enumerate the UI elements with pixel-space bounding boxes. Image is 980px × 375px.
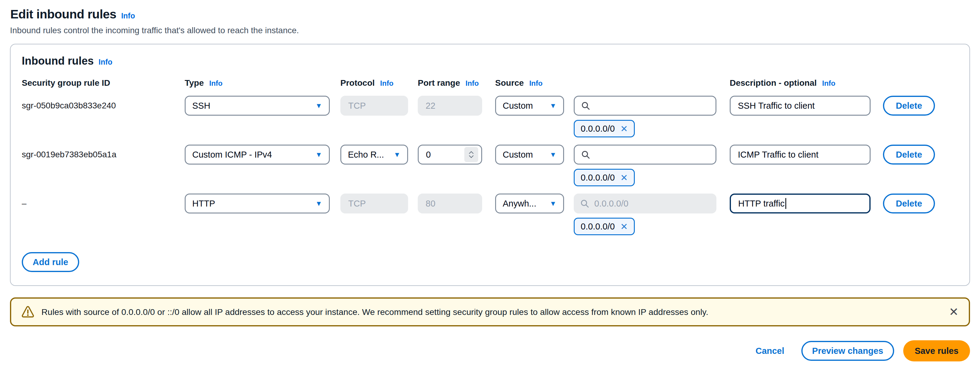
- remove-cidr-icon[interactable]: ✕: [620, 222, 628, 232]
- page-title-info-link[interactable]: Info: [121, 11, 135, 20]
- chevron-down-icon: ▼: [315, 102, 322, 110]
- description-input[interactable]: SSH Traffic to client: [730, 96, 870, 116]
- source-select-value: Custom: [503, 150, 533, 160]
- source-chip-row: 0.0.0.0/0 ✕: [574, 120, 957, 138]
- col-protocol-label: Protocol: [340, 78, 375, 88]
- warning-icon: [21, 306, 34, 318]
- cancel-button[interactable]: Cancel: [754, 341, 786, 361]
- type-select[interactable]: SSH ▼: [185, 96, 330, 116]
- source-select[interactable]: Custom ▼: [495, 145, 564, 165]
- source-select-value: Anywh...: [503, 199, 536, 209]
- chevron-down-icon: ▼: [550, 102, 557, 110]
- col-description-info-link[interactable]: Info: [822, 79, 835, 87]
- col-protocol-info-link[interactable]: Info: [380, 79, 394, 87]
- stepper-arrows-icon[interactable]: [464, 147, 478, 162]
- type-select-value: Custom ICMP - IPv4: [192, 150, 272, 160]
- footer-actions: Cancel Preview changes Save rules: [10, 340, 970, 361]
- delete-rule-button[interactable]: Delete: [883, 145, 935, 165]
- col-rule-id-label: Security group rule ID: [22, 78, 110, 88]
- warning-banner: Rules with source of 0.0.0.0/0 or ::/0 a…: [10, 297, 970, 326]
- source-search-input-disabled: 0.0.0.0/0: [574, 193, 716, 214]
- cidr-chip-label: 0.0.0.0/0: [581, 124, 615, 134]
- port-range-stepper[interactable]: 0: [418, 145, 482, 165]
- source-select-value: Custom: [503, 101, 533, 111]
- panel-title: Inbound rules: [22, 55, 94, 67]
- page-subtitle: Inbound rules control the incoming traff…: [10, 26, 970, 35]
- description-input[interactable]: ICMP Traffic to client: [730, 145, 870, 165]
- chevron-down-icon: ▼: [315, 199, 322, 208]
- close-icon[interactable]: ✕: [949, 306, 959, 318]
- page-title: Edit inbound rules: [10, 7, 116, 21]
- inbound-rules-panel: Inbound rules Info Security group rule I…: [10, 44, 970, 286]
- protocol-select[interactable]: Echo R... ▼: [340, 145, 408, 165]
- remove-cidr-icon[interactable]: ✕: [620, 123, 628, 134]
- type-select-value: SSH: [192, 101, 210, 111]
- remove-cidr-icon[interactable]: ✕: [620, 172, 628, 183]
- col-source-label: Source: [495, 78, 524, 88]
- save-rules-button[interactable]: Save rules: [903, 340, 970, 361]
- rule-id: sgr-050b9ca03b833e240: [22, 101, 174, 111]
- source-chip-row: 0.0.0.0/0 ✕: [574, 218, 957, 235]
- source-chip-row: 0.0.0.0/0 ✕: [574, 169, 957, 186]
- add-rule-button[interactable]: Add rule: [22, 252, 79, 272]
- rule-row-ssh: sgr-050b9ca03b833e240 SSH ▼ TCP 22 Custo…: [22, 96, 957, 116]
- source-search-placeholder: 0.0.0.0/0: [594, 199, 628, 209]
- col-description-label: Description - optional: [730, 78, 817, 88]
- panel-title-info-link[interactable]: Info: [99, 58, 113, 66]
- preview-changes-button[interactable]: Preview changes: [801, 341, 894, 361]
- rule-row-http: – HTTP ▼ TCP 80 Anywh... ▼ 0.0.0.0/0 H: [22, 193, 957, 214]
- col-type-label: Type: [185, 78, 204, 88]
- source-search-input[interactable]: [574, 145, 716, 165]
- rule-id: sgr-0019eb7383eb05a1a: [22, 150, 174, 160]
- rule-row-icmp: sgr-0019eb7383eb05a1a Custom ICMP - IPv4…: [22, 145, 957, 165]
- source-select[interactable]: Custom ▼: [495, 96, 564, 116]
- chevron-down-icon: ▼: [315, 151, 322, 159]
- search-icon: [581, 101, 590, 111]
- cidr-chip: 0.0.0.0/0 ✕: [574, 218, 635, 235]
- cidr-chip-label: 0.0.0.0/0: [581, 222, 615, 232]
- chevron-down-icon: ▼: [550, 199, 557, 208]
- source-select[interactable]: Anywh... ▼: [495, 193, 564, 214]
- cidr-chip: 0.0.0.0/0 ✕: [574, 169, 635, 186]
- col-source-info-link[interactable]: Info: [529, 79, 542, 87]
- search-icon: [581, 150, 590, 160]
- edit-inbound-rules-page: Edit inbound rules Info Inbound rules co…: [0, 0, 980, 361]
- rule-id: –: [22, 199, 174, 208]
- type-select[interactable]: Custom ICMP - IPv4 ▼: [185, 145, 330, 165]
- col-port-range-info-link[interactable]: Info: [466, 79, 479, 87]
- col-type-info-link[interactable]: Info: [209, 79, 223, 87]
- port-range-field-disabled: 80: [418, 193, 482, 214]
- col-port-range-label: Port range: [418, 78, 460, 88]
- description-input-focused[interactable]: HTTP traffic: [730, 193, 870, 214]
- protocol-select-value: Echo R...: [348, 150, 384, 160]
- protocol-field-disabled: TCP: [340, 96, 408, 116]
- chevron-down-icon: ▼: [394, 151, 401, 159]
- source-search-input[interactable]: [574, 96, 716, 116]
- protocol-field-disabled: TCP: [340, 193, 408, 214]
- chevron-down-icon: ▼: [550, 151, 557, 159]
- cidr-chip-label: 0.0.0.0/0: [581, 173, 615, 183]
- port-range-value: 0: [426, 150, 431, 160]
- search-icon: [580, 199, 589, 208]
- type-select[interactable]: HTTP ▼: [185, 193, 330, 214]
- cidr-chip: 0.0.0.0/0 ✕: [574, 120, 635, 138]
- port-range-field-disabled: 22: [418, 96, 482, 116]
- delete-rule-button[interactable]: Delete: [883, 96, 935, 116]
- warning-text: Rules with source of 0.0.0.0/0 or ::/0 a…: [41, 307, 942, 317]
- text-cursor: [785, 198, 786, 209]
- description-value: HTTP traffic: [738, 199, 785, 209]
- column-header-row: Security group rule ID Type Info Protoco…: [22, 78, 957, 88]
- type-select-value: HTTP: [192, 199, 215, 209]
- delete-rule-button[interactable]: Delete: [883, 193, 935, 214]
